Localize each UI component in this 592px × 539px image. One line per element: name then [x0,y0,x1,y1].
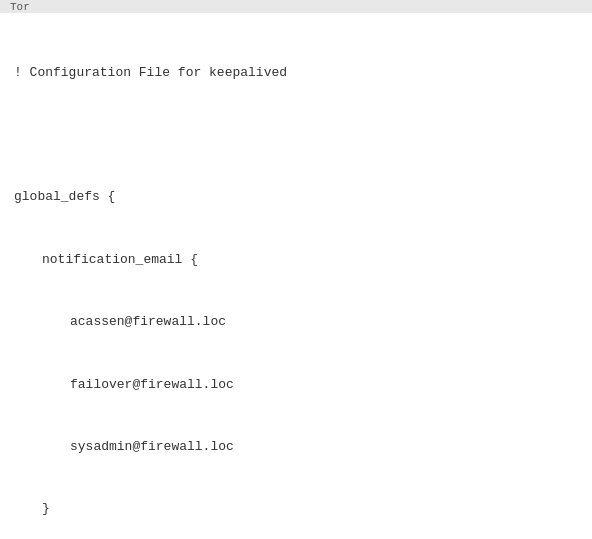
line-notification-email-close: } [14,499,578,520]
line-email-2: failover@firewall.loc [14,375,578,396]
comment-text: ! Configuration File for keepalived [14,65,287,80]
line-global-defs: global_defs { [14,187,578,208]
line-blank [14,125,578,146]
top-bar-text: Tor [10,1,30,13]
top-bar: Tor [0,0,592,13]
line-email-3: sysadmin@firewall.loc [14,437,578,458]
line-email-1: acassen@firewall.loc [14,312,578,333]
code-block: ! Configuration File for keepalived glob… [14,21,578,539]
line-notification-email-open: notification_email { [14,250,578,271]
line-comment: ! Configuration File for keepalived [14,63,578,84]
